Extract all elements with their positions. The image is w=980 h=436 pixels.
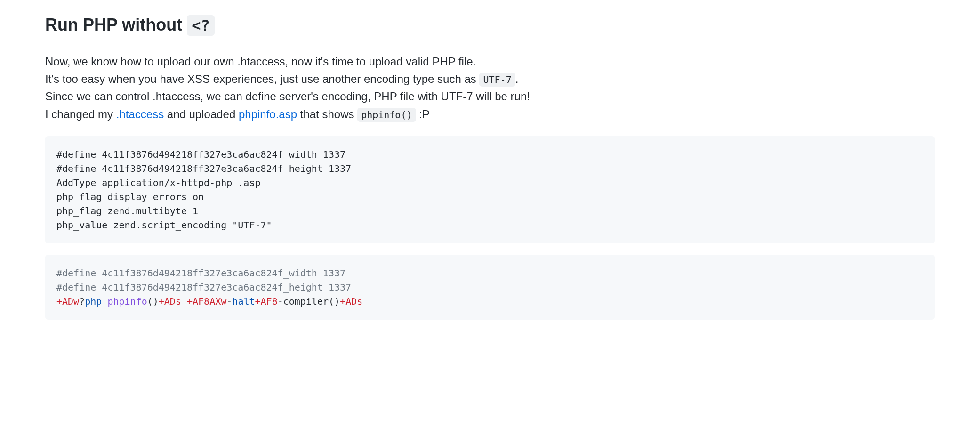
paragraph-line-4: I changed my .htaccess and uploaded phpi… bbox=[45, 105, 935, 123]
paragraph-line-3: Since we can control .htaccess, we can d… bbox=[45, 88, 935, 105]
code-token: ? bbox=[79, 296, 85, 307]
code-comment: #define 4c11f3876d494218ff327e3ca6ac824f… bbox=[56, 282, 351, 293]
code-block-php-utf7: #define 4c11f3876d494218ff327e3ca6ac824f… bbox=[45, 255, 935, 320]
code-token: halt bbox=[232, 296, 255, 307]
code-token: phpinfo bbox=[107, 296, 147, 307]
code-token: +ADs bbox=[159, 296, 181, 307]
code-token: () bbox=[147, 296, 159, 307]
text-span: and uploaded bbox=[164, 108, 239, 121]
code-token: +ADs bbox=[340, 296, 362, 307]
paragraph-line-1: Now, we know how to upload our own .htac… bbox=[45, 53, 935, 70]
code-token bbox=[181, 296, 187, 307]
code-token: +ADw bbox=[56, 296, 79, 307]
text-span: that shows bbox=[297, 108, 357, 121]
code-token: php bbox=[85, 296, 102, 307]
code-token: +AF8AXw bbox=[187, 296, 226, 307]
inline-code-phpinfo: phpinfo() bbox=[357, 108, 416, 122]
paragraph-block: Now, we know how to upload our own .htac… bbox=[45, 53, 935, 123]
code-token: +AF8 bbox=[255, 296, 278, 307]
code-comment: #define 4c11f3876d494218ff327e3ca6ac824f… bbox=[56, 267, 345, 279]
code-token: - bbox=[226, 296, 232, 307]
text-span: I changed my bbox=[45, 108, 116, 121]
heading-code: <? bbox=[187, 15, 215, 36]
code-token bbox=[102, 296, 107, 307]
text-span: It's too easy when you have XSS experien… bbox=[45, 73, 479, 85]
document-container: Run PHP without <? Now, we know how to u… bbox=[0, 14, 980, 350]
heading-text: Run PHP without bbox=[45, 15, 187, 34]
paragraph-line-2: It's too easy when you have XSS experien… bbox=[45, 70, 935, 88]
link-htaccess[interactable]: .htaccess bbox=[116, 108, 164, 121]
code-token: compiler() bbox=[283, 296, 340, 307]
code-block-htaccess: #define 4c11f3876d494218ff327e3ca6ac824f… bbox=[45, 136, 935, 243]
inline-code-utf7: UTF-7 bbox=[479, 73, 515, 87]
section-heading: Run PHP without <? bbox=[45, 14, 935, 41]
text-span: . bbox=[515, 73, 519, 85]
text-span: :P bbox=[416, 108, 430, 121]
link-phpinfo-asp[interactable]: phpinfo.asp bbox=[239, 108, 297, 121]
code-token: - bbox=[278, 296, 283, 307]
